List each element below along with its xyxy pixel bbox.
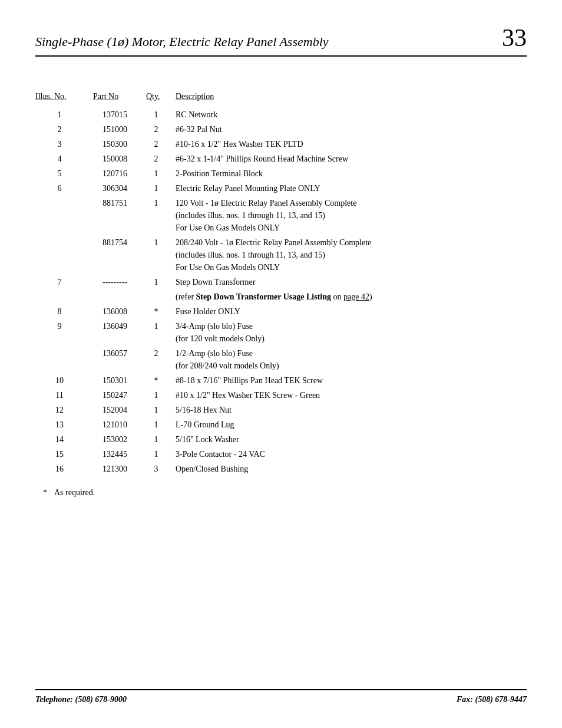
table-row: 63063041Electric Relay Panel Mounting Pl… [35,181,527,196]
part-cell: 137015 [88,107,141,122]
table-row: 512071612-Position Terminal Block [35,166,527,181]
qty-cell: 2 [141,122,171,137]
illus-cell: 15 [35,447,88,462]
page: Single-Phase (1ø) Motor, Electric Relay … [0,0,562,728]
footnote-text: As required. [54,488,95,498]
footnote: * As required. [35,488,527,498]
table-row: 1215200415/16-18 Hex Nut [35,403,527,417]
desc-cell: Fuse Holder ONLY [171,304,527,319]
part-cell: 136057 [88,346,141,373]
sub-line: (for 208/240 volt models Only) [176,361,279,370]
sub-line: For Use On Gas Models ONLY [176,223,280,232]
page-link: page 42 [343,292,369,301]
qty-cell: 1 [141,432,171,447]
desc-cell: #6-32 Pal Nut [171,122,527,137]
table-row: 10150301*#8-18 x 7/16" Phillips Pan Head… [35,373,527,388]
part-cell: 121010 [88,417,141,432]
qty-cell: 1 [141,181,171,196]
footer-telephone: Telephone: (508) 678-9000 [35,695,127,704]
qty-cell: 1 [141,388,171,403]
desc-cell: 5/16" Lock Washer [171,432,527,447]
table-row: 161213003Open/Closed Bushing [35,462,527,476]
qty-cell: 1 [141,403,171,417]
qty-cell: 1 [141,417,171,432]
part-cell: 150247 [88,388,141,403]
illus-cell: 12 [35,403,88,417]
illus-cell [35,235,88,275]
sub-line: For Use On Gas Models ONLY [176,263,280,272]
table-row: (refer Step Down Transformer Usage Listi… [35,289,527,304]
desc-cell: #10-16 x 1/2" Hex Washer TEK PLTD [171,137,527,151]
desc-cell: L-70 Ground Lug [171,417,527,432]
parts-table: Illus. No. Part No Qty. Description 1137… [35,92,527,476]
desc-cell: 3/4-Amp (slo blo) Fuse(for 120 volt mode… [171,319,527,346]
illus-cell: 5 [35,166,88,181]
part-cell: 132445 [88,447,141,462]
qty-cell: 1 [141,319,171,346]
desc-cell: Electric Relay Panel Mounting Plate ONLY [171,181,527,196]
col-header-illus: Illus. No. [35,92,88,107]
sub-line: (includes illus. nos. 1 through 11, 13, … [176,251,325,259]
col-header-part: Part No [88,92,141,107]
illus-cell: 13 [35,417,88,432]
illus-cell: 7 [35,275,88,289]
illus-cell: 16 [35,462,88,476]
qty-cell: * [141,373,171,388]
qty-cell: 2 [141,346,171,373]
qty-cell: 1 [141,107,171,122]
qty-cell: 1 [141,275,171,289]
table-header-row: Illus. No. Part No Qty. Description [35,92,527,107]
table-row: 8136008*Fuse Holder ONLY [35,304,527,319]
illus-cell: 6 [35,181,88,196]
illus-cell: 10 [35,373,88,388]
part-cell: 150301 [88,373,141,388]
qty-cell: 1 [141,166,171,181]
part-cell: 120716 [88,166,141,181]
part-cell: 121300 [88,462,141,476]
sub-line: (for 120 volt models Only) [176,334,265,343]
col-header-qty: Qty. [141,92,171,107]
part-cell: --------- [88,275,141,289]
table-row: 31503002#10-16 x 1/2" Hex Washer TEK PLT… [35,137,527,151]
page-title: Single-Phase (1ø) Motor, Electric Relay … [35,34,329,50]
part-cell: 150008 [88,151,141,166]
table-row: 1513244513-Pole Contactor - 24 VAC [35,447,527,462]
page-number: 33 [502,24,527,52]
part-cell: 150300 [88,137,141,151]
desc-cell: RC Network [171,107,527,122]
part-cell [88,289,141,304]
part-cell: 136008 [88,304,141,319]
part-cell: 152004 [88,403,141,417]
desc-cell: #6-32 x 1-1/4" Phillips Round Head Machi… [171,151,527,166]
part-cell: 306304 [88,181,141,196]
qty-cell: 1 [141,235,171,275]
desc-cell: #8-18 x 7/16" Phillips Pan Head TEK Scre… [171,373,527,388]
footer-fax: Fax: (508) 678-9447 [457,695,527,704]
part-cell: 136049 [88,319,141,346]
desc-cell: Open/Closed Bushing [171,462,527,476]
desc-cell: 2-Position Terminal Block [171,166,527,181]
illus-cell: 14 [35,432,88,447]
qty-cell: 2 [141,151,171,166]
footnote-symbol: * [35,488,47,498]
illus-cell: 3 [35,137,88,151]
page-header: Single-Phase (1ø) Motor, Electric Relay … [35,24,527,57]
qty-cell [141,289,171,304]
desc-cell: 1/2-Amp (slo blo) Fuse(for 208/240 volt … [171,346,527,373]
part-cell: 151000 [88,122,141,137]
desc-cell: #10 x 1/2" Hex Washer TEK Screw - Green [171,388,527,403]
sub-line: (includes illus. nos. 1 through 11, 13, … [176,211,325,220]
illus-cell: 9 [35,319,88,346]
desc-cell: 5/16-18 Hex Nut [171,403,527,417]
col-header-desc: Description [171,92,527,107]
table-row: 913604913/4-Amp (slo blo) Fuse(for 120 v… [35,319,527,346]
qty-cell: * [141,304,171,319]
table-row: 11370151RC Network [35,107,527,122]
illus-cell: 2 [35,122,88,137]
desc-cell: Step Down Transformer [171,275,527,289]
table-row: 1415300215/16" Lock Washer [35,432,527,447]
desc-cell: (refer Step Down Transformer Usage Listi… [171,289,527,304]
illus-cell [35,196,88,235]
desc-cell: 208/240 Volt - 1ø Electric Relay Panel A… [171,235,527,275]
table-row: 111502471#10 x 1/2" Hex Washer TEK Screw… [35,388,527,403]
